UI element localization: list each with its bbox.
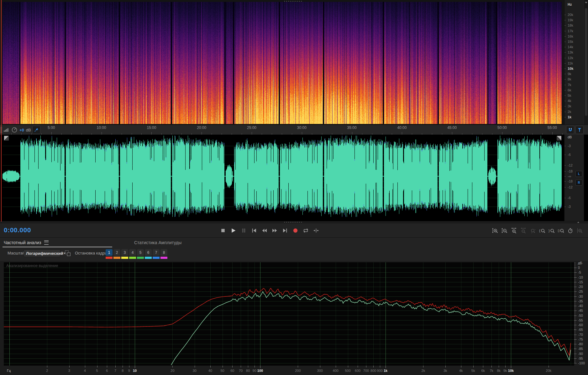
magnet-icon xyxy=(568,127,573,133)
tab-frequency-analysis[interactable]: Частотный анализ xyxy=(4,240,49,245)
x-axis-tick xyxy=(107,366,107,367)
y-axis-tick xyxy=(574,296,577,297)
frequency-scale-label: 1k xyxy=(568,115,571,119)
zoom-to-in-point-button[interactable]: { xyxy=(538,226,546,234)
record-button[interactable] xyxy=(291,226,299,234)
scrollbar-arrow-icon[interactable] xyxy=(585,1,588,4)
x-axis-label: 5k xyxy=(471,369,475,372)
y-axis-tick xyxy=(574,320,577,321)
skip-selection-button[interactable] xyxy=(312,226,320,234)
spectrogram-panel: Hz 20k 19k 18k 17k 16k 15k 14k 13k 12k 1… xyxy=(0,0,588,125)
y-axis-label: -75 xyxy=(578,337,583,341)
x-axis-label: 7k xyxy=(490,369,493,372)
x-axis-label: 8 xyxy=(122,369,123,372)
analysis-tabs: Частотный анализ Статистика Амплитуды xyxy=(0,237,588,248)
x-axis-tick xyxy=(499,366,499,367)
x-axis-label: 9k xyxy=(503,369,507,372)
pin-playhead-button[interactable] xyxy=(32,126,40,134)
pause-button[interactable] xyxy=(239,226,248,234)
skip-to-end-button[interactable] xyxy=(281,226,289,234)
hold-color-bar xyxy=(137,257,144,259)
hold-color-bar xyxy=(106,257,113,259)
y-axis-label: 0 xyxy=(578,266,580,270)
y-axis-label: -15 xyxy=(578,280,583,284)
hold-button-1[interactable]: 1 xyxy=(106,249,113,260)
ruler-time-label: 15:00 xyxy=(147,126,156,130)
zoom-in-horizontal-button[interactable] xyxy=(510,226,518,234)
x-axis-tick xyxy=(298,366,298,367)
scale-dropdown[interactable]: Логарифмический xyxy=(24,249,60,257)
frequency-scale-unit: Hz xyxy=(568,3,572,6)
amplitude-scale-label: -∞ xyxy=(568,174,571,178)
zoom-out-horizontal-button[interactable] xyxy=(519,226,527,234)
y-axis-label: -20 xyxy=(578,285,583,289)
hold-button-4[interactable]: 4 xyxy=(129,249,136,260)
hold-color-bar xyxy=(113,257,120,259)
amplitude-scale-label: -6 xyxy=(568,153,571,157)
plot-canvas[interactable] xyxy=(4,262,574,366)
timer-button[interactable] xyxy=(566,226,574,234)
copy-data-button[interactable] xyxy=(65,250,71,256)
level-meter-icon[interactable] xyxy=(3,127,9,133)
panel-divider-handle[interactable] xyxy=(284,1,302,2)
loop-playback-button[interactable] xyxy=(302,226,310,234)
spectrogram-display[interactable] xyxy=(3,2,562,124)
hold-button-label: 5 xyxy=(137,249,144,256)
zoom-amplitude-button[interactable] xyxy=(575,226,584,234)
corner-grabber-right[interactable] xyxy=(557,136,561,141)
playhead[interactable] xyxy=(1,0,2,222)
hold-button-3[interactable]: 3 xyxy=(121,249,128,260)
zoom-to-out-point-button[interactable]: } xyxy=(547,226,555,234)
x-axis-label: 30 xyxy=(193,369,197,372)
play-button[interactable] xyxy=(229,226,237,234)
hold-button-7[interactable]: 7 xyxy=(153,249,160,260)
channel-left-button[interactable]: L xyxy=(575,171,582,177)
y-axis-label: -80 xyxy=(578,342,583,346)
svg-text:{: { xyxy=(539,228,540,232)
zoom-out-vertical-button[interactable] xyxy=(500,226,508,234)
amplitude-scale[interactable]: dB -3 -6 -12 -18 -∞ -18 -12 -6 -3 xyxy=(564,135,584,221)
zoom-full-button[interactable] xyxy=(528,226,537,234)
waveform-display[interactable] xyxy=(3,135,562,221)
fast-forward-button[interactable] xyxy=(270,226,279,234)
y-axis-tick xyxy=(574,272,577,273)
tab-amplitude-statistics[interactable]: Статистика Амплитуды xyxy=(134,240,181,245)
zoom-in-vertical-button[interactable] xyxy=(491,226,499,234)
copy-icon xyxy=(65,250,71,256)
marker-tool-button[interactable] xyxy=(575,126,584,134)
hold-button-2[interactable]: 2 xyxy=(113,249,120,260)
timeline-ruler[interactable]: +0 dB 5:0010:0015:0020:0025:0030:0035:00… xyxy=(0,125,588,135)
stop-button[interactable] xyxy=(219,226,227,234)
vertical-scrollbar-thumb[interactable] xyxy=(585,8,587,116)
y-axis-tick xyxy=(574,306,577,306)
skip-to-start-button[interactable] xyxy=(250,226,258,234)
x-axis-tick xyxy=(241,366,241,367)
y-axis-label: -35 xyxy=(578,299,583,303)
x-axis-tick xyxy=(123,366,123,367)
x-axis-tick xyxy=(135,366,135,368)
x-axis-label: 3k xyxy=(444,369,447,372)
gain-value[interactable]: +0 xyxy=(19,128,24,132)
channel-right-button[interactable]: R xyxy=(575,180,582,186)
x-axis-label: 4k xyxy=(459,369,463,372)
zoom-to-selection-button[interactable]: {} xyxy=(557,226,565,234)
frequency-scale-label: 13k xyxy=(568,50,573,54)
amplitude-scale-label: -6 xyxy=(568,196,571,200)
panel-menu-icon[interactable] xyxy=(44,240,49,245)
hold-button-5[interactable]: 5 xyxy=(137,249,144,260)
corner-grabber-left[interactable] xyxy=(4,136,9,141)
hold-button-8[interactable]: 8 xyxy=(160,249,167,260)
y-axis-tick xyxy=(574,358,577,359)
clock-knob-icon[interactable] xyxy=(11,127,18,133)
hold-button-6[interactable]: 6 xyxy=(145,249,152,260)
vertical-scrollbar[interactable] xyxy=(584,0,588,125)
snap-toggle-button[interactable] xyxy=(566,126,574,134)
hold-button-label: 3 xyxy=(121,249,128,256)
hold-color-bar xyxy=(121,257,128,259)
y-axis-tick xyxy=(574,363,577,363)
frequency-scale-label: 17k xyxy=(568,29,573,33)
time-display[interactable]: 0:00.000 xyxy=(4,226,31,234)
rewind-button[interactable] xyxy=(260,226,268,234)
active-tab-underline xyxy=(3,247,112,247)
frequency-scale[interactable]: Hz 20k 19k 18k 17k 16k 15k 14k 13k 12k 1… xyxy=(564,0,584,125)
